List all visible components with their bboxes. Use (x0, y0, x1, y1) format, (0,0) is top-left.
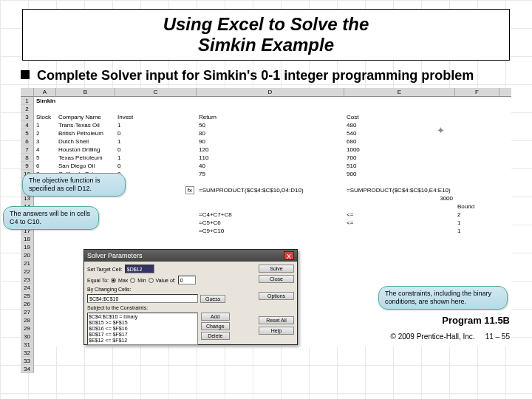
callout-answers: The answers will be in cells C4 to C10. (3, 206, 99, 230)
footer: © 2009 Prentice-Hall, Inc.11 – 55 (391, 332, 510, 341)
solver-titlebar: Solver Parameters X (84, 250, 297, 262)
excel-screenshot: ✦ A B C D E F 1Simkin 2 3StockCompany Na… (21, 88, 511, 347)
reset-button[interactable]: Reset All (259, 316, 294, 324)
subtitle-row: Complete Solver input for Simkin's 0-1 i… (21, 68, 511, 83)
bullet-icon (21, 70, 30, 79)
changing-cells-input[interactable]: $C$4:$C$10 (87, 294, 198, 303)
close-button[interactable]: Close (259, 275, 294, 283)
add-button[interactable]: Add (201, 313, 230, 321)
subtitle-text: Complete Solver input for Simkin's 0-1 i… (37, 68, 474, 83)
delete-button[interactable]: Delete (201, 332, 230, 340)
page-title: Using Excel to Solve theSimkin Example (30, 14, 502, 55)
change-button[interactable]: Change (201, 322, 230, 330)
solver-dialog: Solver Parameters X Solve Close Options … (83, 249, 298, 345)
table-row: 96San Diego Oil040510 (21, 162, 511, 170)
target-cell-input[interactable]: $D$12 (125, 265, 154, 273)
title-box: Using Excel to Solve theSimkin Example (22, 9, 510, 61)
table-row: 63Dutch Shell190680 (21, 137, 511, 146)
value-radio[interactable] (149, 278, 154, 283)
solve-button[interactable]: Solve (259, 265, 294, 273)
column-headers: A B C D E F (21, 88, 511, 97)
callout-objective: The objective function is specified as c… (22, 173, 126, 197)
options-button[interactable]: Options (259, 292, 294, 300)
max-radio[interactable] (111, 278, 116, 283)
slide-content: Using Excel to Solve theSimkin Example C… (0, 9, 532, 347)
table-row: 74Houston Drilling01201000 (21, 146, 511, 154)
table-row: 85Texas Petroleum1110700 (21, 154, 511, 162)
close-icon[interactable]: X (284, 251, 294, 260)
program-label: Program 11.5B (442, 315, 510, 326)
min-radio[interactable] (130, 278, 135, 283)
cursor-icon: ✦ (437, 125, 445, 136)
callout-constraints: The constraints, including the binary co… (378, 286, 508, 310)
constraints-list[interactable]: $C$4:$C$10 = binary $D$15 >= $F$15 $D$16… (87, 313, 198, 345)
guess-button[interactable]: Guess (200, 295, 225, 303)
help-button[interactable]: Help (259, 327, 294, 335)
